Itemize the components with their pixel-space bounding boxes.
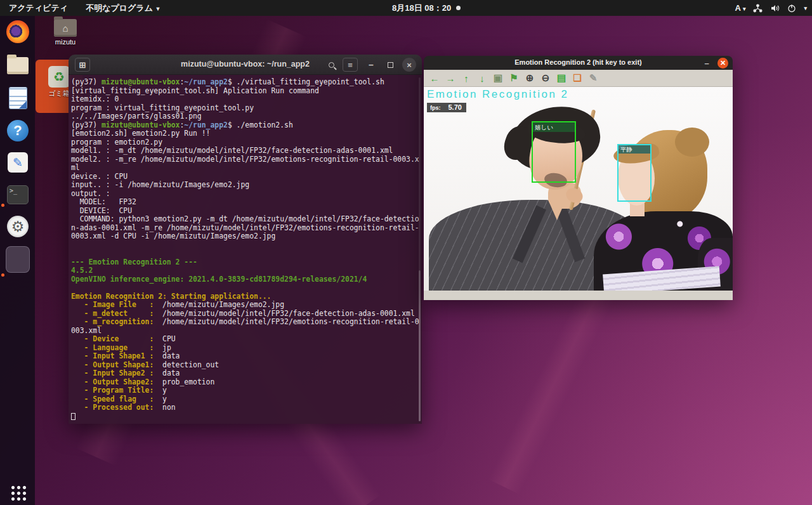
input-method-caret-icon: ▾ [743,6,746,12]
back-icon[interactable]: ← [428,71,442,85]
text-editor-icon: ✎ [8,152,28,173]
home-folder-label: mizutu [51,38,80,46]
notification-dot-icon [456,6,461,10]
firefox-icon [6,20,29,43]
camera-frame: 嬉しい 平静 Emotion Recognition 2 fps: 5.70 [424,87,733,291]
woman-hair-bun [675,128,709,157]
menu-button[interactable]: ≡ [343,58,358,72]
clock-label: 8月18日 08：20 [392,3,451,14]
running-indicator-dot [1,273,4,277]
input-method-button[interactable]: A ▾ [735,3,745,13]
dock-item-firefox[interactable] [5,19,30,44]
writer-icon [10,88,27,108]
home-folder-icon: ⌂ [54,19,77,37]
overlay-title: Emotion Recognition 2 [427,88,569,101]
dock-item-settings[interactable]: ⚙ [5,214,30,239]
face-detection-box: 平静 [617,144,652,202]
zoom-in-icon[interactable]: ⊕ [523,71,537,85]
volume-icon[interactable] [770,4,780,13]
app-menu-caret-icon: ▼ [155,6,161,12]
show-applications-button[interactable] [5,480,30,505]
system-menu-caret-icon[interactable]: ▾ [804,5,807,11]
fps-value: 5.70 [449,103,462,111]
maximize-button[interactable] [383,58,397,72]
fps-badge: fps: 5.70 [427,103,466,112]
search-button[interactable] [324,58,339,72]
emotion-window-title: Emotion Recognition 2 (hit key to exit) [424,58,733,66]
dock-item-files[interactable] [5,53,30,78]
image-view-icon[interactable]: ▣ [491,71,505,85]
trash-icon: ♻ [48,66,70,88]
emotion-label: 平静 [619,145,650,154]
activities-button[interactable]: アクティビティ [9,3,68,14]
down-icon[interactable]: ↓ [475,71,489,85]
terminal-window: ⊞ mizutu@ubuntu-vbox: ~/run_app2 ≡ – × (… [69,55,422,424]
dock-item-libreoffice-writer[interactable] [5,85,30,110]
search-icon [329,62,334,68]
app-menu-button[interactable]: 不明なプログラム ▼ [86,3,160,14]
clock-button[interactable]: 8月18日 08：20 [392,0,461,16]
files-icon [7,57,29,74]
show-applications-grid-icon [10,485,26,501]
opencv-toolbar: ←→↑↓▣⚑⊕⊖▤❏✎ [424,70,733,87]
properties-icon[interactable]: ✎ [586,71,600,85]
help-icon: ? [7,120,29,141]
terminal-icon: >_ [7,185,29,204]
network-icon[interactable] [753,4,763,13]
dock-item-terminal[interactable]: >_ [5,182,30,207]
up-icon[interactable]: ↑ [459,71,473,85]
terminal-scrollbar-thumb[interactable] [419,270,421,421]
dock-item-text-editor[interactable]: ✎ [5,150,30,175]
emotion-window-statusbar [424,291,733,300]
dock-item-help[interactable]: ? [5,118,30,143]
emotion-titlebar[interactable]: Emotion Recognition 2 (hit key to exit) … [424,56,733,70]
minimize-button[interactable]: – [364,58,378,72]
zoom-out-icon[interactable]: ⊖ [539,71,553,85]
dock-item-running-app[interactable] [5,244,30,275]
emotion-label: 嬉しい [533,122,575,132]
close-button[interactable]: × [402,58,416,72]
generic-app-icon [6,246,30,273]
flag-region-icon[interactable]: ⚑ [507,71,521,85]
minimize-button[interactable]: – [701,57,712,69]
close-button[interactable]: ✕ [717,58,728,69]
desktop-icon-home[interactable]: ⌂ mizutu [51,19,80,46]
terminal-cursor [71,413,75,420]
top-bar: アクティビティ 不明なプログラム ▼ 8月18日 08：20 A ▾ [0,0,812,16]
emotion-window: Emotion Recognition 2 (hit key to exit) … [424,56,733,300]
save-icon[interactable]: ▤ [554,71,568,85]
forward-icon[interactable]: → [443,71,457,85]
terminal-titlebar[interactable]: ⊞ mizutu@ubuntu-vbox: ~/run_app2 ≡ – × [69,55,422,75]
power-icon[interactable] [787,4,796,13]
settings-gear-icon: ⚙ [7,216,29,237]
terminal-output[interactable]: (py37) mizutu@ubuntu-vbox:~/run_app2$ ./… [69,75,422,424]
desktop-screen: ⌂ mizutu ♻ ゴミ箱 アクティビティ 不明なプログラム ▼ 8月18日 … [0,0,812,505]
dock: ? ✎ >_ ⚙ [0,16,35,505]
maximize-icon [388,62,393,68]
fps-label: fps: [430,105,441,111]
face-detection-box: 嬉しい [532,121,576,183]
clipboard-icon[interactable]: ❏ [570,71,584,85]
running-indicator-dot [1,204,4,207]
